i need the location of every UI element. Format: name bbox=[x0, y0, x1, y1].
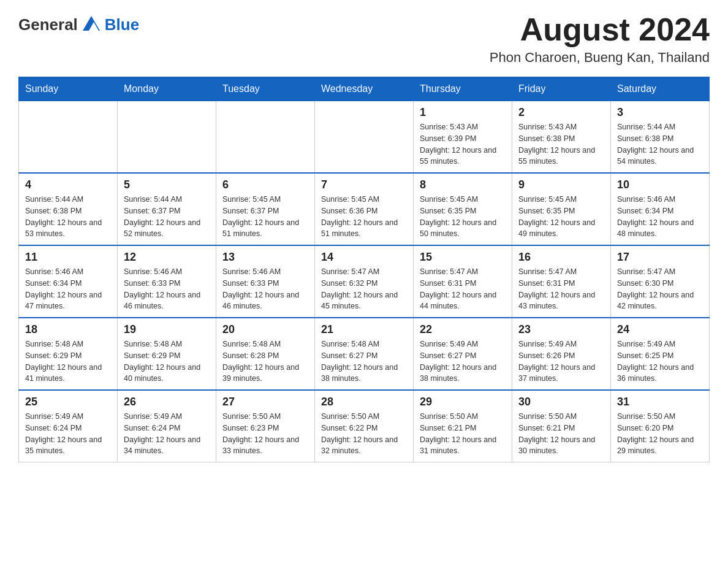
day-number: 16 bbox=[518, 251, 604, 264]
day-number: 8 bbox=[420, 178, 506, 191]
day-number: 4 bbox=[25, 178, 111, 191]
day-number: 23 bbox=[518, 323, 604, 336]
calendar-cell: 20Sunrise: 5:48 AM Sunset: 6:28 PM Dayli… bbox=[216, 318, 315, 390]
calendar-cell: 24Sunrise: 5:49 AM Sunset: 6:25 PM Dayli… bbox=[611, 318, 710, 390]
day-info: Sunrise: 5:43 AM Sunset: 6:38 PM Dayligh… bbox=[518, 121, 604, 167]
day-info: Sunrise: 5:49 AM Sunset: 6:24 PM Dayligh… bbox=[25, 411, 111, 457]
weekday-header-friday: Friday bbox=[512, 77, 611, 101]
day-info: Sunrise: 5:45 AM Sunset: 6:35 PM Dayligh… bbox=[420, 194, 506, 240]
day-number: 24 bbox=[617, 323, 703, 336]
day-info: Sunrise: 5:47 AM Sunset: 6:31 PM Dayligh… bbox=[420, 266, 506, 312]
day-info: Sunrise: 5:48 AM Sunset: 6:29 PM Dayligh… bbox=[25, 339, 111, 385]
calendar-week-row: 11Sunrise: 5:46 AM Sunset: 6:34 PM Dayli… bbox=[19, 245, 710, 318]
day-info: Sunrise: 5:44 AM Sunset: 6:38 PM Dayligh… bbox=[25, 194, 111, 240]
day-info: Sunrise: 5:46 AM Sunset: 6:33 PM Dayligh… bbox=[222, 266, 308, 312]
day-info: Sunrise: 5:47 AM Sunset: 6:31 PM Dayligh… bbox=[518, 266, 604, 312]
day-info: Sunrise: 5:50 AM Sunset: 6:23 PM Dayligh… bbox=[222, 411, 308, 457]
calendar-cell: 3Sunrise: 5:44 AM Sunset: 6:38 PM Daylig… bbox=[611, 101, 710, 174]
calendar-cell: 25Sunrise: 5:49 AM Sunset: 6:24 PM Dayli… bbox=[19, 390, 118, 462]
weekday-header-wednesday: Wednesday bbox=[315, 77, 414, 101]
calendar-week-row: 25Sunrise: 5:49 AM Sunset: 6:24 PM Dayli… bbox=[19, 390, 710, 462]
day-number: 15 bbox=[420, 251, 506, 264]
day-number: 27 bbox=[222, 396, 308, 408]
day-number: 19 bbox=[124, 323, 210, 336]
calendar-cell: 17Sunrise: 5:47 AM Sunset: 6:30 PM Dayli… bbox=[611, 245, 710, 318]
calendar-week-row: 18Sunrise: 5:48 AM Sunset: 6:29 PM Dayli… bbox=[19, 318, 710, 390]
day-number: 31 bbox=[617, 396, 703, 408]
day-number: 22 bbox=[420, 323, 506, 336]
calendar-cell: 9Sunrise: 5:45 AM Sunset: 6:35 PM Daylig… bbox=[512, 173, 611, 245]
calendar-cell: 29Sunrise: 5:50 AM Sunset: 6:21 PM Dayli… bbox=[414, 390, 512, 462]
calendar-table: SundayMondayTuesdayWednesdayThursdayFrid… bbox=[18, 77, 710, 462]
calendar-cell: 18Sunrise: 5:48 AM Sunset: 6:29 PM Dayli… bbox=[19, 318, 118, 390]
day-info: Sunrise: 5:45 AM Sunset: 6:36 PM Dayligh… bbox=[321, 194, 407, 240]
day-number: 14 bbox=[321, 251, 407, 264]
day-info: Sunrise: 5:50 AM Sunset: 6:21 PM Dayligh… bbox=[518, 411, 604, 457]
day-number: 1 bbox=[420, 106, 506, 119]
calendar-cell: 4Sunrise: 5:44 AM Sunset: 6:38 PM Daylig… bbox=[19, 173, 118, 245]
calendar-cell: 21Sunrise: 5:48 AM Sunset: 6:27 PM Dayli… bbox=[315, 318, 414, 390]
calendar-cell: 26Sunrise: 5:49 AM Sunset: 6:24 PM Dayli… bbox=[118, 390, 216, 462]
calendar-cell: 28Sunrise: 5:50 AM Sunset: 6:22 PM Dayli… bbox=[315, 390, 414, 462]
calendar-cell: 12Sunrise: 5:46 AM Sunset: 6:33 PM Dayli… bbox=[118, 245, 216, 318]
calendar-cell bbox=[118, 101, 216, 174]
weekday-header-tuesday: Tuesday bbox=[216, 77, 315, 101]
day-number: 13 bbox=[222, 251, 308, 264]
logo: General Blue bbox=[18, 12, 139, 34]
calendar-cell bbox=[315, 101, 414, 174]
calendar-cell: 7Sunrise: 5:45 AM Sunset: 6:36 PM Daylig… bbox=[315, 173, 414, 245]
day-info: Sunrise: 5:46 AM Sunset: 6:33 PM Dayligh… bbox=[124, 266, 210, 312]
day-info: Sunrise: 5:44 AM Sunset: 6:38 PM Dayligh… bbox=[617, 121, 703, 167]
calendar-cell: 2Sunrise: 5:43 AM Sunset: 6:38 PM Daylig… bbox=[512, 101, 611, 174]
day-info: Sunrise: 5:49 AM Sunset: 6:24 PM Dayligh… bbox=[124, 411, 210, 457]
calendar-header-row: SundayMondayTuesdayWednesdayThursdayFrid… bbox=[19, 77, 710, 101]
logo-blue-text: Blue bbox=[105, 15, 139, 34]
day-number: 3 bbox=[617, 106, 703, 119]
day-info: Sunrise: 5:50 AM Sunset: 6:20 PM Dayligh… bbox=[617, 411, 703, 457]
calendar-cell: 13Sunrise: 5:46 AM Sunset: 6:33 PM Dayli… bbox=[216, 245, 315, 318]
day-info: Sunrise: 5:44 AM Sunset: 6:37 PM Dayligh… bbox=[124, 194, 210, 240]
weekday-header-sunday: Sunday bbox=[19, 77, 118, 101]
calendar-cell: 30Sunrise: 5:50 AM Sunset: 6:21 PM Dayli… bbox=[512, 390, 611, 462]
calendar-cell: 14Sunrise: 5:47 AM Sunset: 6:32 PM Dayli… bbox=[315, 245, 414, 318]
day-number: 10 bbox=[617, 178, 703, 191]
page-header: General Blue August 2024 Phon Charoen, B… bbox=[18, 12, 710, 66]
calendar-cell: 16Sunrise: 5:47 AM Sunset: 6:31 PM Dayli… bbox=[512, 245, 611, 318]
day-number: 29 bbox=[420, 396, 506, 408]
calendar-cell: 27Sunrise: 5:50 AM Sunset: 6:23 PM Dayli… bbox=[216, 390, 315, 462]
day-number: 11 bbox=[25, 251, 111, 264]
day-info: Sunrise: 5:45 AM Sunset: 6:37 PM Dayligh… bbox=[222, 194, 308, 240]
calendar-cell: 22Sunrise: 5:49 AM Sunset: 6:27 PM Dayli… bbox=[414, 318, 512, 390]
day-info: Sunrise: 5:49 AM Sunset: 6:27 PM Dayligh… bbox=[420, 339, 506, 385]
day-number: 9 bbox=[518, 178, 604, 191]
calendar-cell bbox=[19, 101, 118, 174]
day-number: 17 bbox=[617, 251, 703, 264]
location-text: Phon Charoen, Bueng Kan, Thailand bbox=[490, 50, 710, 66]
day-info: Sunrise: 5:47 AM Sunset: 6:30 PM Dayligh… bbox=[617, 266, 703, 312]
calendar-cell: 15Sunrise: 5:47 AM Sunset: 6:31 PM Dayli… bbox=[414, 245, 512, 318]
calendar-cell: 1Sunrise: 5:43 AM Sunset: 6:39 PM Daylig… bbox=[414, 101, 512, 174]
calendar-cell: 8Sunrise: 5:45 AM Sunset: 6:35 PM Daylig… bbox=[414, 173, 512, 245]
day-info: Sunrise: 5:46 AM Sunset: 6:34 PM Dayligh… bbox=[25, 266, 111, 312]
day-number: 2 bbox=[518, 106, 604, 119]
day-number: 26 bbox=[124, 396, 210, 408]
weekday-header-monday: Monday bbox=[118, 77, 216, 101]
logo-general-text: General bbox=[18, 15, 78, 34]
calendar-cell: 5Sunrise: 5:44 AM Sunset: 6:37 PM Daylig… bbox=[118, 173, 216, 245]
weekday-header-thursday: Thursday bbox=[414, 77, 512, 101]
title-block: August 2024 Phon Charoen, Bueng Kan, Tha… bbox=[490, 12, 710, 66]
day-info: Sunrise: 5:49 AM Sunset: 6:26 PM Dayligh… bbox=[518, 339, 604, 385]
day-number: 18 bbox=[25, 323, 111, 336]
calendar-week-row: 4Sunrise: 5:44 AM Sunset: 6:38 PM Daylig… bbox=[19, 173, 710, 245]
day-info: Sunrise: 5:49 AM Sunset: 6:25 PM Dayligh… bbox=[617, 339, 703, 385]
calendar-cell: 10Sunrise: 5:46 AM Sunset: 6:34 PM Dayli… bbox=[611, 173, 710, 245]
day-info: Sunrise: 5:48 AM Sunset: 6:27 PM Dayligh… bbox=[321, 339, 407, 385]
day-number: 25 bbox=[25, 396, 111, 408]
day-info: Sunrise: 5:43 AM Sunset: 6:39 PM Dayligh… bbox=[420, 121, 506, 167]
calendar-cell: 31Sunrise: 5:50 AM Sunset: 6:20 PM Dayli… bbox=[611, 390, 710, 462]
day-number: 30 bbox=[518, 396, 604, 408]
day-info: Sunrise: 5:45 AM Sunset: 6:35 PM Dayligh… bbox=[518, 194, 604, 240]
day-number: 28 bbox=[321, 396, 407, 408]
day-number: 6 bbox=[222, 178, 308, 191]
calendar-cell: 6Sunrise: 5:45 AM Sunset: 6:37 PM Daylig… bbox=[216, 173, 315, 245]
